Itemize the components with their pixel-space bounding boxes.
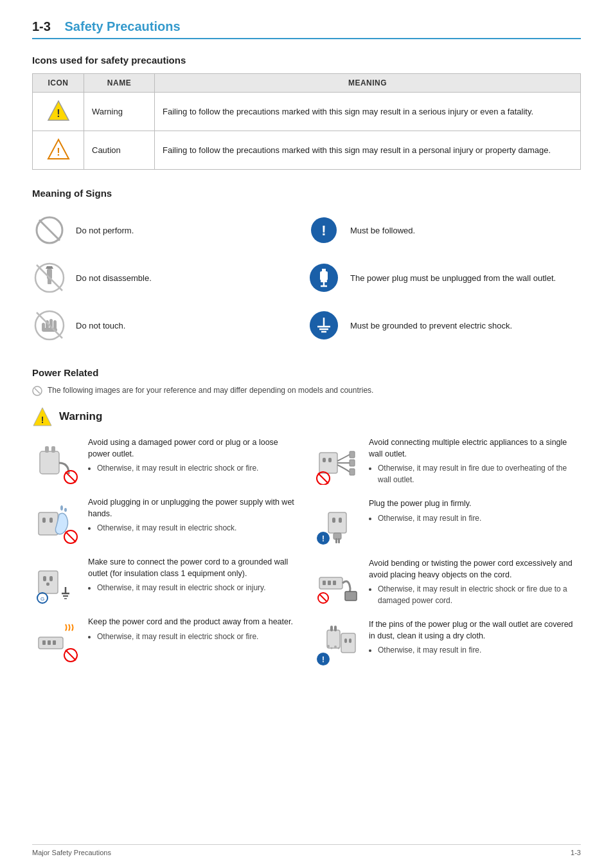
svg-rect-88 — [330, 626, 333, 631]
multi-appliances-img — [313, 437, 361, 485]
warning-triangle-icon: ! — [47, 99, 70, 122]
power-note-text: The following images are for your refere… — [48, 386, 373, 395]
svg-point-90 — [327, 645, 330, 647]
power-note: The following images are for your refere… — [32, 386, 581, 396]
bending-img — [313, 558, 361, 606]
warning-item-heater: Keep the power cord and the product away… — [32, 617, 300, 665]
wet-hands-img — [32, 497, 80, 545]
dust-text: If the pins of the power plug or the wal… — [369, 619, 581, 642]
heater-content: Keep the power cord and the product away… — [88, 617, 300, 644]
unplug-icon — [306, 260, 341, 295]
svg-text:!: ! — [322, 655, 324, 664]
svg-rect-69 — [350, 469, 355, 475]
icon-cell-warning: ! — [33, 93, 84, 131]
dust-img: ! — [313, 619, 361, 667]
damaged-cord-bullet: Otherwise, it may result in electric sho… — [97, 462, 300, 474]
svg-rect-84 — [345, 592, 357, 601]
page-title: Safety Precautions — [65, 19, 181, 33]
svg-rect-64 — [319, 453, 337, 473]
svg-text:!: ! — [57, 147, 60, 158]
svg-line-71 — [318, 473, 328, 484]
sign-no-disassemble: Do not disassemble. — [32, 254, 306, 302]
svg-rect-16 — [324, 269, 326, 272]
note-icon — [32, 386, 42, 396]
svg-rect-81 — [323, 581, 326, 585]
icons-section: Icons used for safety precautions ICON N… — [32, 55, 581, 170]
bending-bullet: Otherwise, it may result in electric sho… — [378, 583, 581, 606]
icons-heading: Icons used for safety precautions — [32, 55, 581, 66]
warning-items-grid: Avoid using a damaged power cord or plug… — [32, 437, 581, 679]
col-icon: ICON — [33, 74, 84, 93]
svg-point-44 — [60, 505, 63, 511]
damaged-cord-text: Avoid using a damaged power cord or plug… — [88, 437, 300, 460]
warning-banner: ! Warning — [32, 406, 581, 427]
no-disassemble-icon — [32, 260, 67, 295]
warning-item-bending: Avoid bending or twisting the power cord… — [313, 558, 581, 608]
svg-rect-68 — [350, 460, 355, 466]
name-cell-warning: Warning — [84, 93, 155, 131]
svg-line-86 — [319, 594, 327, 602]
svg-rect-50 — [49, 576, 53, 581]
signs-section: Meaning of Signs Do not perform. ! — [32, 188, 581, 349]
sign-no-touch: Do not touch. — [32, 302, 306, 349]
warning-item-plug-firmly: ! Plug the power plug in firmly. Otherwi… — [313, 498, 581, 547]
svg-text:!: ! — [321, 222, 326, 239]
svg-text:!: ! — [41, 415, 44, 425]
svg-rect-43 — [49, 518, 53, 523]
sign-grounded: Must be grounded to prevent electric sho… — [306, 302, 581, 349]
svg-rect-89 — [334, 626, 337, 631]
sign-no-perform: Do not perform. — [32, 206, 306, 254]
damaged-cord-img — [32, 437, 80, 485]
multi-appliances-bullet: Otherwise, it may result in fire due to … — [378, 462, 581, 485]
plug-firmly-text: Plug the power plug in firmly. — [369, 498, 581, 510]
svg-rect-23 — [53, 320, 57, 329]
signs-grid: Do not perform. ! Must be followed. — [32, 206, 581, 349]
svg-rect-15 — [322, 269, 324, 272]
dust-content: If the pins of the power plug or the wal… — [369, 619, 581, 657]
svg-rect-96 — [349, 638, 351, 643]
must-follow-text: Must be followed. — [350, 226, 415, 235]
svg-line-40 — [66, 472, 76, 482]
svg-point-91 — [330, 647, 332, 649]
svg-rect-74 — [339, 518, 342, 523]
grounded-icon — [306, 308, 341, 343]
footer-left: Major Safety Precautions — [32, 849, 111, 856]
svg-line-26 — [37, 312, 62, 338]
bending-content: Avoid bending or twisting the power cord… — [369, 558, 581, 608]
svg-rect-83 — [333, 581, 336, 585]
caution-triangle-icon: ! — [47, 138, 70, 161]
svg-rect-51 — [46, 583, 49, 586]
power-section: Power Related The following images are f… — [32, 367, 581, 679]
svg-rect-48 — [39, 571, 58, 593]
icon-cell-caution: ! — [33, 131, 84, 170]
svg-rect-75 — [333, 533, 341, 539]
wet-hands-text: Avoid plugging in or unplugging the powe… — [88, 497, 300, 520]
svg-rect-60 — [48, 640, 51, 645]
warning-right-col: Avoid connecting multiple electric appli… — [313, 437, 581, 679]
no-perform-icon — [32, 213, 67, 248]
multi-appliances-text: Avoid connecting multiple electric appli… — [369, 437, 581, 460]
no-perform-text: Do not perform. — [76, 226, 134, 235]
unplug-text: The power plug must be unplugged from th… — [350, 273, 556, 283]
svg-rect-73 — [332, 518, 335, 523]
svg-rect-77 — [338, 538, 340, 543]
svg-text:!: ! — [322, 534, 324, 543]
sign-must-follow: ! Must be followed. — [306, 206, 581, 254]
bending-text: Avoid bending or twisting the power cord… — [369, 558, 581, 581]
svg-rect-49 — [43, 576, 46, 581]
svg-rect-66 — [328, 458, 332, 462]
svg-rect-72 — [328, 512, 346, 533]
page: 1-3 Safety Precautions Icons used for sa… — [0, 0, 613, 868]
grounded-outlet-bullet: Otherwise, it may result in electric sho… — [97, 582, 300, 593]
svg-line-47 — [66, 532, 76, 542]
table-row: ! Warning Failing to follow the precauti… — [33, 93, 581, 131]
meaning-cell-warning: Failing to follow the precautions marked… — [155, 93, 581, 131]
wet-hands-content: Avoid plugging in or unplugging the powe… — [88, 497, 300, 535]
section-number: 1-3 — [32, 19, 51, 33]
meaning-cell-caution: Failing to follow the precautions marked… — [155, 131, 581, 170]
warning-item-dust: ! If the pins of the power plug or the w… — [313, 619, 581, 667]
table-row: ! Caution Failing to follow the precauti… — [33, 131, 581, 170]
svg-line-5 — [39, 220, 60, 240]
svg-point-93 — [337, 647, 339, 649]
heater-text: Keep the power cord and the product away… — [88, 617, 300, 628]
